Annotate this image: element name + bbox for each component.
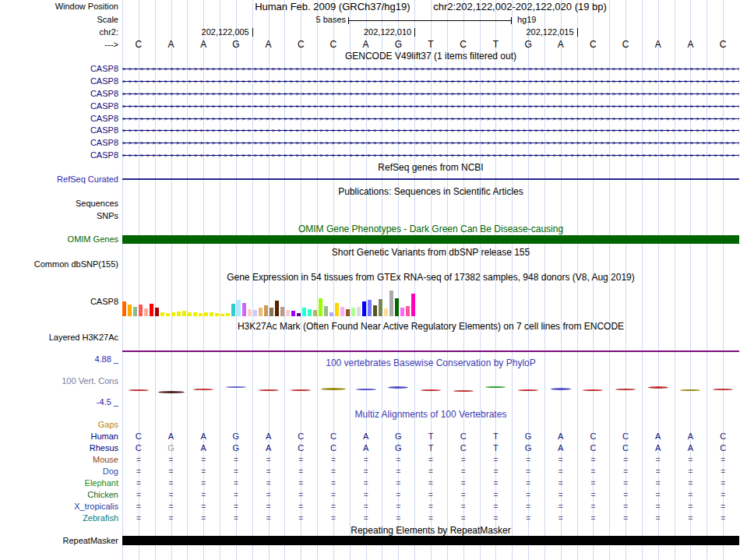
alignment-cell: =	[195, 467, 212, 477]
gtex-tissue-bar	[231, 304, 235, 316]
label-snps[interactable]: SNPs	[97, 211, 118, 221]
alignment-cell: =	[195, 478, 212, 488]
gencode-transcript-row[interactable]: >>>>>>>>>>>>>>>>>>>>>>>>>>>>>>>>>>>>>>>>…	[122, 90, 739, 98]
label-gtex-gene[interactable]: CASP8	[90, 297, 118, 307]
alignment-cell: =	[130, 478, 147, 488]
refseq-curated-track[interactable]	[122, 178, 739, 180]
phylop-mark	[158, 391, 185, 393]
gencode-transcript-row[interactable]: >>>>>>>>>>>>>>>>>>>>>>>>>>>>>>>>>>>>>>>>…	[122, 65, 739, 73]
phylop-track[interactable]	[122, 366, 739, 403]
label-species-dog[interactable]: Dog	[103, 467, 118, 477]
label-repeatmasker[interactable]: RepeatMasker	[62, 536, 118, 546]
alignment-cell: =	[682, 513, 699, 523]
label-species-mouse[interactable]: Mouse	[93, 455, 118, 465]
gencode-transcript-row[interactable]: >>>>>>>>>>>>>>>>>>>>>>>>>>>>>>>>>>>>>>>>…	[122, 139, 739, 147]
alignment-cell: =	[389, 478, 407, 488]
label-common-dbsnp[interactable]: Common dbSNP(155)	[34, 259, 118, 269]
gtex-tissue-bar	[171, 312, 175, 316]
h3k27ac-track[interactable]	[122, 350, 739, 352]
label-gencode-transcript[interactable]: CASP8	[90, 64, 118, 74]
alignment-cell: =	[227, 490, 245, 500]
gtex-expression-track[interactable]	[122, 288, 415, 316]
phylop-scale-max: 4.88 _	[94, 354, 118, 365]
alignment-cell: =	[389, 455, 407, 465]
gencode-transcript-row[interactable]: >>>>>>>>>>>>>>>>>>>>>>>>>>>>>>>>>>>>>>>>…	[122, 77, 739, 86]
alignment-cell: =	[358, 502, 375, 512]
alignment-cell: G	[389, 431, 407, 442]
label-gencode-transcript[interactable]: CASP8	[90, 125, 118, 136]
label-species-chicken[interactable]: Chicken	[87, 490, 118, 500]
label-gencode-transcript[interactable]: CASP8	[90, 114, 118, 124]
multiz-track-header[interactable]: Multiz Alignments of 100 Vertebrates	[122, 410, 739, 420]
alignment-cell: =	[260, 467, 277, 477]
gencode-transcript-row[interactable]: >>>>>>>>>>>>>>>>>>>>>>>>>>>>>>>>>>>>>>>>…	[122, 114, 739, 123]
label-h3k27ac[interactable]: Layered H3K27Ac	[49, 333, 118, 343]
alignment-cell: A	[195, 443, 212, 453]
phylop-mark	[356, 389, 376, 390]
alignment-cell: =	[163, 502, 180, 512]
gencode-transcript-row[interactable]: >>>>>>>>>>>>>>>>>>>>>>>>>>>>>>>>>>>>>>>>…	[122, 126, 739, 135]
alignment-cell: C	[617, 431, 634, 442]
phylop-scale-min: -4.5 _	[97, 397, 118, 407]
ruler-base: A	[650, 39, 667, 50]
label-gencode-transcript[interactable]: CASP8	[90, 101, 118, 111]
alignment-cell: =	[552, 455, 569, 465]
label-species-zebrafish[interactable]: Zebrafish	[83, 513, 118, 523]
alignment-cell: C	[714, 443, 731, 453]
repeatmasker-track-header[interactable]: Repeating Elements by RepeatMasker	[122, 526, 739, 536]
omim-track-header[interactable]: OMIM Gene Phenotypes - Dark Green Can Be…	[122, 224, 739, 234]
gtex-tissue-bar	[280, 307, 284, 316]
gencode-transcript-row[interactable]: >>>>>>>>>>>>>>>>>>>>>>>>>>>>>>>>>>>>>>>>…	[122, 102, 739, 111]
phylop-mark	[615, 389, 636, 390]
dbsnp-track-header[interactable]: Short Genetic Variants from dbSNP releas…	[122, 248, 739, 258]
gtex-tissue-bar	[275, 301, 279, 316]
label-phylop[interactable]: 100 Vert. Cons	[62, 376, 118, 386]
alignment-cell: =	[227, 478, 245, 488]
h3k27ac-track-header[interactable]: H3K27Ac Mark (Often Found Near Active Re…	[122, 322, 739, 332]
repeatmasker-track[interactable]	[122, 536, 739, 545]
ruler-tick-mark	[577, 28, 578, 37]
phylop-mark	[421, 389, 441, 391]
gtex-tissue-bar	[362, 301, 366, 316]
label-species-human[interactable]: Human	[91, 431, 118, 442]
label-species-elephant[interactable]: Elephant	[85, 478, 118, 488]
alignment-cell: =	[292, 467, 309, 477]
alignment-cell: =	[358, 478, 375, 488]
phylop-mark	[259, 389, 279, 391]
refseq-track-header[interactable]: RefSeq genes from NCBI	[122, 163, 739, 173]
label-gencode-transcript[interactable]: CASP8	[90, 150, 118, 160]
alignment-cell: T	[487, 443, 504, 453]
alignment-cell: =	[617, 513, 634, 523]
alignment-cell: =	[520, 467, 537, 477]
label-species-rhesus[interactable]: Rhesus	[90, 443, 118, 453]
label-sequences[interactable]: Sequences	[76, 199, 118, 209]
alignment-cell: =	[552, 467, 569, 477]
ruler-base: C	[455, 39, 472, 50]
phylop-mark	[453, 390, 474, 392]
alignment-cell: C	[325, 431, 342, 442]
alignment-cell: C	[617, 443, 634, 453]
gtex-tissue-bar	[329, 312, 333, 316]
gtex-track-header[interactable]: Gene Expression in 54 tissues from GTEx …	[122, 273, 739, 283]
label-gaps[interactable]: Gaps	[98, 420, 118, 430]
alignment-cell: =	[163, 455, 180, 465]
label-species-x_tropicalis[interactable]: X_tropicalis	[74, 502, 118, 512]
publications-track-header[interactable]: Publications: Sequences in Scientific Ar…	[122, 187, 739, 197]
label-gencode-transcript[interactable]: CASP8	[90, 89, 118, 99]
alignment-cell: =	[163, 513, 180, 523]
alignment-cell: C	[584, 443, 601, 453]
alignment-cell: =	[422, 502, 439, 512]
alignment-cell: =	[389, 467, 407, 477]
alignment-cell: =	[650, 513, 667, 523]
label-omim-genes[interactable]: OMIM Genes	[68, 234, 118, 245]
alignment-cell: =	[325, 455, 342, 465]
label-gencode-transcript[interactable]: CASP8	[90, 76, 118, 86]
gencode-transcript-row[interactable]: >>>>>>>>>>>>>>>>>>>>>>>>>>>>>>>>>>>>>>>>…	[122, 151, 739, 160]
omim-genes-track[interactable]	[122, 235, 739, 244]
gtex-tissue-bar	[368, 300, 372, 316]
assembly-label: Human Feb. 2009 (GRCh37/hg19)	[255, 1, 410, 12]
phylop-mark	[713, 389, 733, 390]
gencode-track-header[interactable]: GENCODE V49lift37 (1 items filtered out)	[122, 51, 739, 62]
label-refseq-curated[interactable]: RefSeq Curated	[57, 174, 118, 185]
label-gencode-transcript[interactable]: CASP8	[90, 138, 118, 148]
